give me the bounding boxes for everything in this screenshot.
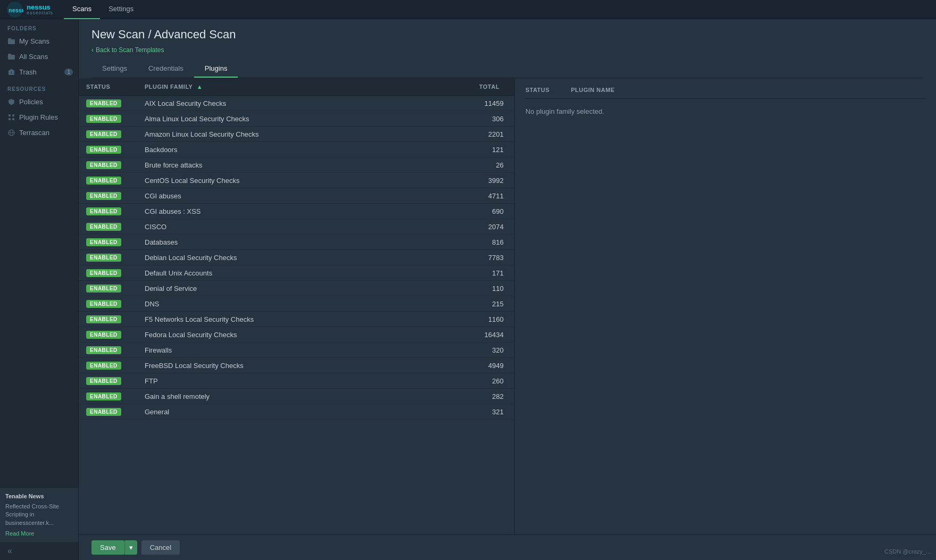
row-status: ENABLED xyxy=(79,358,137,373)
back-to-scan-templates-link[interactable]: ‹ Back to Scan Templates xyxy=(91,46,164,54)
row-total: 816 xyxy=(472,235,514,250)
row-status: ENABLED xyxy=(79,389,137,404)
tab-plugins[interactable]: Plugins xyxy=(194,60,238,78)
chevron-down-icon: ▾ xyxy=(129,544,133,551)
read-more-link[interactable]: Read More xyxy=(5,530,73,537)
enabled-badge: ENABLED xyxy=(86,269,121,277)
th-status: STATUS xyxy=(79,78,137,96)
table-row[interactable]: ENABLED FreeBSD Local Security Checks 49… xyxy=(79,358,514,373)
tab-credentials[interactable]: Credentials xyxy=(138,60,194,78)
enabled-badge: ENABLED xyxy=(86,146,121,154)
table-row[interactable]: ENABLED Databases 816 xyxy=(79,235,514,250)
row-total: 3992 xyxy=(472,173,514,188)
row-status: ENABLED xyxy=(79,157,137,173)
plugin-family-table-wrapper[interactable]: STATUS PLUGIN FAMILY ▲ TOTAL ENABLED xyxy=(79,78,515,534)
page-title: New Scan / Advanced Scan xyxy=(91,28,923,41)
row-total: 11459 xyxy=(472,96,514,111)
row-status: ENABLED xyxy=(79,173,137,188)
svg-rect-11 xyxy=(9,118,11,120)
row-status: ENABLED xyxy=(79,142,137,157)
back-link-label: Back to Scan Templates xyxy=(96,46,164,54)
enabled-badge: ENABLED xyxy=(86,285,121,292)
table-row[interactable]: ENABLED F5 Networks Local Security Check… xyxy=(79,312,514,327)
th-total: TOTAL xyxy=(472,78,514,96)
nav-settings[interactable]: Settings xyxy=(100,0,142,19)
row-family-name: F5 Networks Local Security Checks xyxy=(137,312,472,327)
enabled-badge: ENABLED xyxy=(86,346,121,354)
folder-icon xyxy=(7,38,15,45)
sidebar-item-trash[interactable]: Trash 1 xyxy=(0,64,78,80)
nav-scans[interactable]: Scans xyxy=(64,0,100,19)
sidebar-my-scans-label: My Scans xyxy=(19,37,49,45)
table-row[interactable]: ENABLED DNS 215 xyxy=(79,296,514,312)
shield-icon xyxy=(7,98,15,106)
table-row[interactable]: ENABLED General 321 xyxy=(79,404,514,420)
row-total: 321 xyxy=(472,404,514,420)
table-row[interactable]: ENABLED Brute force attacks 26 xyxy=(79,157,514,173)
tab-settings[interactable]: Settings xyxy=(91,60,138,78)
right-panel-header: STATUS PLUGIN NAME xyxy=(525,87,925,99)
plugin-area: STATUS PLUGIN FAMILY ▲ TOTAL ENABLED xyxy=(79,78,936,534)
table-row[interactable]: ENABLED Default Unix Accounts 171 xyxy=(79,265,514,281)
table-row[interactable]: ENABLED AIX Local Security Checks 11459 xyxy=(79,96,514,111)
sidebar-item-policies[interactable]: Policies xyxy=(0,94,78,110)
row-status: ENABLED xyxy=(79,235,137,250)
row-family-name: CentOS Local Security Checks xyxy=(137,173,472,188)
sort-asc-icon: ▲ xyxy=(197,83,203,90)
no-family-selected-text: No plugin family selected. xyxy=(525,107,925,115)
table-row[interactable]: ENABLED Gain a shell remotely 282 xyxy=(79,389,514,404)
save-button[interactable]: Save xyxy=(91,540,124,555)
sidebar-item-plugin-rules[interactable]: Plugin Rules xyxy=(0,110,78,125)
sidebar-item-all-scans[interactable]: All Scans xyxy=(0,49,78,64)
th-plugin-family-label: PLUGIN FAMILY xyxy=(145,83,193,90)
collapse-sidebar-button[interactable]: « xyxy=(0,542,78,560)
table-row[interactable]: ENABLED CGI abuses : XSS 690 xyxy=(79,204,514,219)
row-total: 171 xyxy=(472,265,514,281)
enabled-badge: ENABLED xyxy=(86,99,121,107)
sidebar-item-terrascan[interactable]: Terrascan xyxy=(0,125,78,140)
table-row[interactable]: ENABLED Debian Local Security Checks 778… xyxy=(79,250,514,265)
enabled-badge: ENABLED xyxy=(86,377,121,385)
row-family-name: Fedora Local Security Checks xyxy=(137,327,472,342)
trash-icon xyxy=(7,69,15,76)
enabled-badge: ENABLED xyxy=(86,331,121,339)
row-family-name: CGI abuses : XSS xyxy=(137,204,472,219)
enabled-badge: ENABLED xyxy=(86,207,121,215)
row-total: 4949 xyxy=(472,358,514,373)
tenable-news-panel: Tenable News Reflected Cross-Site Script… xyxy=(0,487,78,542)
enabled-badge: ENABLED xyxy=(86,408,121,416)
save-dropdown-button[interactable]: ▾ xyxy=(124,540,137,555)
row-family-name: AIX Local Security Checks xyxy=(137,96,472,111)
table-row[interactable]: ENABLED Firewalls 320 xyxy=(79,342,514,358)
save-button-group: Save ▾ xyxy=(91,540,137,555)
chevron-left-icon: ‹ xyxy=(91,46,94,54)
row-family-name: Gain a shell remotely xyxy=(137,389,472,404)
row-total: 320 xyxy=(472,342,514,358)
table-row[interactable]: ENABLED CISCO 2074 xyxy=(79,219,514,235)
svg-rect-5 xyxy=(8,54,11,55)
row-family-name: DNS xyxy=(137,296,472,312)
row-total: 2074 xyxy=(472,219,514,235)
page-header: New Scan / Advanced Scan ‹ Back to Scan … xyxy=(79,19,936,78)
table-row[interactable]: ENABLED CGI abuses 4711 xyxy=(79,188,514,204)
table-row[interactable]: ENABLED FTP 260 xyxy=(79,373,514,389)
th-plugin-family[interactable]: PLUGIN FAMILY ▲ xyxy=(137,78,472,96)
enabled-badge: ENABLED xyxy=(86,130,121,138)
sidebar-item-my-scans[interactable]: My Scans xyxy=(0,34,78,49)
table-row[interactable]: ENABLED Denial of Service 110 xyxy=(79,281,514,296)
row-total: 215 xyxy=(472,296,514,312)
grid-icon xyxy=(7,114,15,121)
enabled-badge: ENABLED xyxy=(86,362,121,370)
svg-rect-2 xyxy=(8,39,15,44)
table-row[interactable]: ENABLED Fedora Local Security Checks 164… xyxy=(79,327,514,342)
row-family-name: Denial of Service xyxy=(137,281,472,296)
folder-all-icon xyxy=(7,53,15,61)
row-family-name: Default Unix Accounts xyxy=(137,265,472,281)
table-row[interactable]: ENABLED Backdoors 121 xyxy=(79,142,514,157)
table-row[interactable]: ENABLED CentOS Local Security Checks 399… xyxy=(79,173,514,188)
row-status: ENABLED xyxy=(79,342,137,358)
cancel-button[interactable]: Cancel xyxy=(141,540,180,555)
table-row[interactable]: ENABLED Alma Linux Local Security Checks… xyxy=(79,111,514,127)
table-row[interactable]: ENABLED Amazon Linux Local Security Chec… xyxy=(79,127,514,142)
rp-plugin-name-label: PLUGIN NAME xyxy=(571,87,615,93)
